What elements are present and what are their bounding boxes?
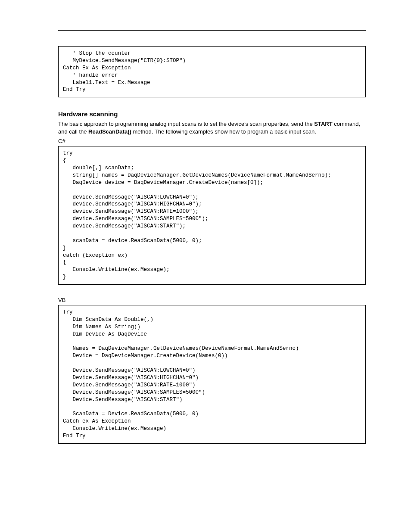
section-heading-hardware-scanning: Hardware scanning: [58, 110, 366, 118]
section-paragraph: The basic approach to programming analog…: [58, 120, 366, 135]
code-block-csharp-scan: try { double[,] scanData; string[] names…: [58, 146, 366, 285]
language-label-vb: VB: [58, 297, 366, 303]
spacer: [58, 285, 366, 294]
para-text-post: method. The following examples show how …: [131, 128, 316, 135]
para-bold-start: START: [314, 121, 332, 127]
top-rule: [58, 30, 366, 31]
page: ' Stop the counter MyDevice.SendMessage(…: [0, 0, 411, 532]
language-label-csharp: C#: [58, 138, 366, 144]
code-block-vb-scan: Try Dim ScanData As Double(,) Dim Names …: [58, 305, 366, 444]
para-bold-readscandata: ReadScanData(): [88, 128, 131, 135]
para-text-pre: The basic approach to programming analog…: [58, 121, 314, 127]
code-block-vb-stop-counter: ' Stop the counter MyDevice.SendMessage(…: [58, 46, 366, 97]
